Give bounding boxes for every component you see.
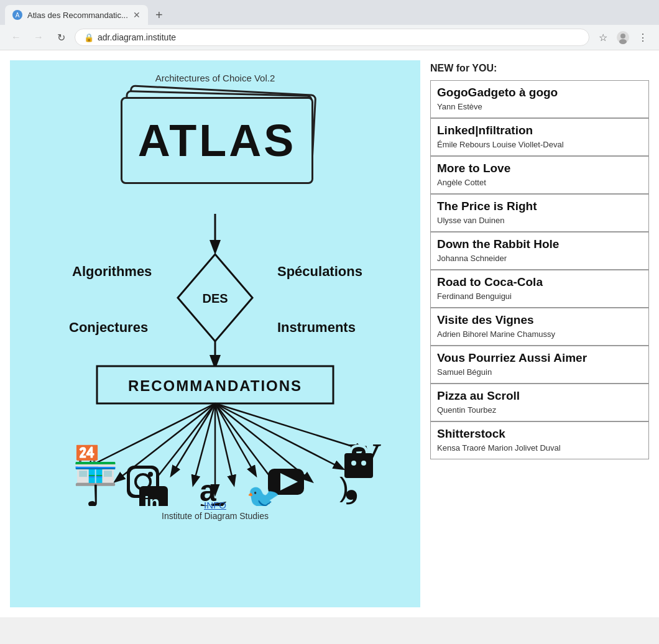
browser-chrome: A Atlas des Recommandatic... ✕ + ← → ↻ 🔒…: [0, 0, 659, 50]
new-tab-button[interactable]: +: [150, 6, 168, 24]
right-panel: NEW for YOU: GogoGadgeto à gogoYann Estè…: [430, 60, 649, 607]
book-title: Linked|nfiltration: [437, 124, 642, 138]
tab-bar: A Atlas des Recommandatic... ✕ +: [0, 0, 659, 25]
book-title: Down the Rabbit Hole: [437, 237, 642, 252]
page-content: Architectures of Choice Vol.2 ATLAS Algo…: [0, 50, 659, 617]
book-author: Kensa Traoré Marion Jolivet Duval: [437, 443, 642, 454]
nav-actions: ☆ ⋮: [594, 29, 652, 46]
svg-text:in: in: [144, 493, 160, 506]
svg-line-19: [193, 403, 215, 484]
book-title: Pizza au Scroll: [437, 389, 642, 403]
flow-diagram: Algorithmes Spéculations Conjectures Ins…: [35, 208, 395, 506]
book-title: Visite des Vignes: [437, 313, 642, 328]
book-item[interactable]: GogoGadgeto à gogoYann Estève: [430, 80, 649, 118]
svg-text:DES: DES: [202, 292, 228, 305]
cover-footer: INFO Institute of Diagram Studies: [162, 494, 269, 521]
institute-name: Institute of Diagram Studies: [162, 511, 269, 521]
book-author: Ulysse van Duinen: [437, 215, 642, 226]
book-title: Vous Pourriez Aussi Aimer: [437, 351, 642, 366]
cover-subtitle: Architectures of Choice Vol.2: [155, 73, 275, 83]
svg-text:♩: ♩: [86, 481, 99, 506]
tab-favicon-icon: A: [12, 10, 22, 20]
bookmark-button[interactable]: ☆: [594, 29, 612, 46]
book-item[interactable]: Linked|nfiltrationÉmile Rebours Louise V…: [430, 118, 649, 156]
svg-point-3: [620, 34, 625, 39]
url-text: adr.diagram.institute: [98, 32, 176, 42]
book-item[interactable]: The Price is RightUlysse van Duinen: [430, 194, 649, 232]
profile-button[interactable]: [614, 29, 632, 46]
book-list: GogoGadgeto à gogoYann EstèveLinked|nfil…: [430, 80, 649, 459]
tab-title: Atlas des Recommandatic...: [27, 11, 128, 20]
book-title: The Price is Right: [437, 200, 642, 214]
book-title: Shitterstock: [437, 427, 642, 441]
svg-point-32: [148, 472, 153, 477]
book-item[interactable]: Down the Rabbit HoleJohanna Schneider: [430, 232, 649, 270]
book-author: Angèle Cottet: [437, 177, 642, 188]
atlas-cover: Architectures of Choice Vol.2 ATLAS Algo…: [10, 60, 420, 607]
back-button[interactable]: ←: [7, 29, 25, 46]
book-author: Quentin Tourbez: [437, 405, 642, 416]
book-author: Johanna Schneider: [437, 253, 642, 264]
book-item[interactable]: More to LoveAngèle Cottet: [430, 156, 649, 194]
book-author: Adrien Bihorel Marine Chamussy: [437, 329, 642, 340]
book-author: Samuel Béguin: [437, 367, 642, 378]
tab-close-button[interactable]: ✕: [133, 10, 141, 20]
book-author: Émile Rebours Louise Viollet-Deval: [437, 139, 642, 150]
book-item[interactable]: Pizza au ScrollQuentin Tourbez: [430, 384, 649, 421]
active-tab[interactable]: A Atlas des Recommandatic... ✕: [5, 5, 148, 25]
svg-text:Instruments: Instruments: [277, 320, 356, 335]
book-author: Yann Estève: [437, 101, 642, 113]
lock-icon: 🔒: [84, 33, 94, 42]
book-author: Ferdinand Benguigui: [437, 291, 642, 302]
book-title: Road to Coca-Cola: [437, 275, 642, 290]
book-title: More to Love: [437, 162, 642, 176]
svg-point-4: [619, 39, 627, 44]
svg-text:A: A: [16, 12, 20, 19]
stacked-cards: ATLAS: [116, 90, 315, 201]
forward-button[interactable]: →: [30, 29, 47, 46]
new-for-you-heading: NEW for YOU:: [430, 60, 649, 79]
svg-text:Conjectures: Conjectures: [69, 320, 148, 335]
card-main: ATLAS: [121, 97, 313, 184]
book-item[interactable]: Road to Coca-ColaFerdinand Benguigui: [430, 270, 649, 308]
svg-point-41: [351, 461, 356, 466]
info-link[interactable]: INFO: [204, 500, 226, 510]
reload-button[interactable]: ↻: [52, 29, 70, 46]
menu-button[interactable]: ⋮: [634, 29, 652, 46]
svg-text:❟: ❟: [345, 472, 357, 505]
svg-text:RECOMMANDATIONS: RECOMMANDATIONS: [128, 377, 302, 394]
book-title: GogoGadgeto à gogo: [437, 86, 642, 100]
address-bar[interactable]: 🔒 adr.diagram.institute: [75, 29, 589, 46]
atlas-title: ATLAS: [138, 115, 297, 166]
navigation-bar: ← → ↻ 🔒 adr.diagram.institute ☆ ⋮: [0, 25, 659, 50]
book-item[interactable]: Visite des VignesAdrien Bihorel Marine C…: [430, 308, 649, 346]
book-item[interactable]: Vous Pourriez Aussi AimerSamuel Béguin: [430, 346, 649, 384]
svg-point-42: [361, 461, 366, 466]
svg-text:Algorithmes: Algorithmes: [72, 264, 152, 279]
book-item[interactable]: ShitterstockKensa Traoré Marion Jolivet …: [430, 421, 649, 459]
svg-text:Spéculations: Spéculations: [277, 264, 362, 279]
